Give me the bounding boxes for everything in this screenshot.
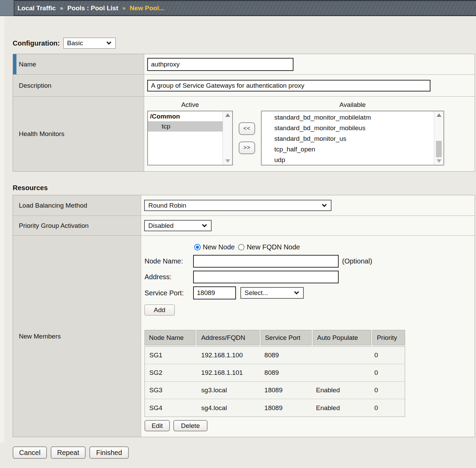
- description-label: Description: [13, 75, 144, 96]
- available-monitor-item[interactable]: tcp_half_open: [262, 144, 434, 155]
- address-label: Address:: [145, 273, 193, 281]
- cell-auto-populate: [312, 347, 371, 364]
- resources-table: Load Balancing Method Round Robin Priori…: [13, 195, 475, 437]
- available-monitor-item[interactable]: standard_bd_monitor_mobileus: [262, 123, 434, 133]
- cell-address: sg4.local: [197, 399, 260, 417]
- configuration-label: Configuration:: [13, 39, 60, 47]
- chevron-down-icon: [202, 222, 207, 227]
- health-monitors-row: Health Monitors Active Available /Common…: [13, 97, 475, 171]
- members-table-body: SG1 192.168.1.100 8089 0 SG2 192.168.1.1…: [145, 346, 405, 417]
- column-header-service-port: Service Port: [261, 330, 312, 345]
- description-row: Description: [13, 75, 475, 97]
- new-node-radio[interactable]: [194, 244, 201, 250]
- configuration-select-value: Basic: [67, 39, 83, 47]
- name-input[interactable]: [147, 58, 293, 71]
- cell-node-name: SG3: [145, 382, 197, 399]
- move-to-available-button[interactable]: >>: [239, 141, 255, 154]
- available-list-heading: Available: [261, 101, 444, 109]
- optional-note: (Optional): [342, 257, 372, 265]
- load-balancing-label: Load Balancing Method: [13, 195, 141, 215]
- cell-service-port: 18089: [260, 399, 312, 417]
- scroll-up-icon[interactable]: [225, 113, 230, 117]
- priority-group-select[interactable]: Disabled: [144, 220, 212, 231]
- scroll-up-icon[interactable]: [437, 113, 441, 117]
- priority-group-label: Priority Group Activation: [13, 216, 141, 235]
- load-balancing-row: Load Balancing Method Round Robin: [13, 195, 475, 216]
- active-monitors-listbox[interactable]: /Common tcp: [147, 111, 233, 165]
- table-row[interactable]: SG4 sg4.local 18089 Enabled 0: [145, 399, 405, 417]
- table-row[interactable]: SG1 192.168.1.100 8089 0: [145, 347, 405, 364]
- finished-button[interactable]: Finished: [89, 446, 129, 459]
- monitor-move-buttons: << >>: [233, 111, 261, 165]
- active-monitor-item[interactable]: tcp: [148, 121, 223, 132]
- new-members-table: Node Name Address/FQDN Service Port Auto…: [145, 330, 405, 417]
- node-name-input[interactable]: [193, 255, 339, 268]
- scrollbar-thumb[interactable]: [436, 141, 442, 157]
- priority-group-cell: Disabled: [141, 216, 475, 235]
- name-label: Name: [13, 54, 144, 74]
- available-monitors-listbox[interactable]: standard_bd_monitor_mobilelatm standard_…: [261, 111, 444, 165]
- move-to-active-button[interactable]: <<: [239, 122, 255, 135]
- column-header-auto-populate: Auto Populate: [313, 330, 371, 345]
- service-port-select[interactable]: Select...: [240, 287, 304, 299]
- cell-address: 192.168.1.101: [197, 364, 260, 381]
- service-port-select-value: Select...: [245, 289, 268, 297]
- cell-node-name: SG2: [145, 364, 197, 381]
- cell-service-port: 8089: [260, 347, 312, 364]
- configuration-select[interactable]: Basic: [63, 38, 116, 49]
- breadcrumb-separator-icon: »: [60, 5, 63, 12]
- breadcrumb-current-page: New Pool...: [130, 4, 164, 12]
- name-row: Name: [13, 54, 475, 75]
- available-monitor-item[interactable]: standard_bd_monitor_mobilelatm: [262, 112, 434, 123]
- delete-button[interactable]: Delete: [173, 420, 208, 431]
- name-cell: [144, 54, 475, 74]
- cancel-button[interactable]: Cancel: [13, 446, 47, 459]
- cell-priority: 0: [371, 347, 405, 364]
- new-members-cell: New Node New FQDN Node Node Name: (Optio…: [141, 236, 475, 437]
- column-header-node-name: Node Name: [145, 330, 196, 345]
- breadcrumb-path[interactable]: Pools : Pool List: [67, 4, 118, 12]
- left-margin-strip: [0, 16, 4, 443]
- pool-form: Configuration: Basic Name Description He…: [13, 38, 475, 437]
- cell-priority: 0: [371, 364, 405, 381]
- new-fqdn-node-radio-label[interactable]: New FQDN Node: [247, 243, 300, 251]
- new-node-radio-label[interactable]: New Node: [203, 243, 235, 251]
- partition-group-label: /Common: [148, 112, 223, 121]
- load-balancing-select[interactable]: Round Robin: [144, 200, 331, 211]
- form-footer: Cancel Repeat Finished: [13, 446, 129, 459]
- breadcrumb-section[interactable]: Local Traffic: [17, 4, 56, 12]
- scroll-down-icon[interactable]: [225, 159, 230, 163]
- active-listbox-scrollbar[interactable]: [223, 111, 232, 165]
- top-navigation-bar: Local Traffic » Pools : Pool List » New …: [0, 0, 476, 16]
- scroll-down-icon[interactable]: [437, 159, 441, 163]
- available-monitor-item[interactable]: udp: [262, 155, 434, 165]
- available-listbox-scrollbar[interactable]: [434, 111, 443, 165]
- available-monitor-item[interactable]: standard_bd_monitor_us: [262, 133, 434, 144]
- load-balancing-select-value: Round Robin: [148, 202, 186, 209]
- health-monitors-cell: Active Available /Common tcp: [144, 97, 475, 171]
- table-row[interactable]: SG3 sg3.local 18089 Enabled 0: [145, 382, 405, 399]
- node-type-radio-group: New Node New FQDN Node: [194, 243, 475, 251]
- node-name-line: Node Name: (Optional): [145, 255, 475, 268]
- health-monitors-headings: Active Available: [147, 101, 471, 109]
- members-table-header: Node Name Address/FQDN Service Port Auto…: [145, 330, 405, 345]
- edit-button[interactable]: Edit: [145, 420, 170, 431]
- breadcrumb: Local Traffic » Pools : Pool List » New …: [14, 0, 476, 16]
- table-row[interactable]: SG2 192.168.1.101 8089 0: [145, 364, 405, 382]
- node-name-label: Node Name:: [145, 257, 193, 265]
- address-input[interactable]: [193, 271, 339, 283]
- breadcrumb-separator-icon: »: [122, 5, 125, 12]
- cell-node-name: SG4: [145, 399, 197, 417]
- cell-priority: 0: [371, 382, 405, 399]
- cell-address: 192.168.1.100: [197, 347, 260, 364]
- cell-auto-populate: Enabled: [312, 399, 371, 417]
- service-port-input[interactable]: [193, 286, 236, 299]
- new-fqdn-node-radio[interactable]: [238, 244, 245, 250]
- add-button[interactable]: Add: [145, 305, 175, 316]
- repeat-button[interactable]: Repeat: [51, 446, 86, 459]
- nav-corner-block: [0, 0, 14, 16]
- health-monitors-label: Health Monitors: [13, 97, 144, 171]
- cell-node-name: SG1: [145, 347, 197, 364]
- active-list-heading: Active: [147, 101, 233, 109]
- description-input[interactable]: [147, 80, 430, 91]
